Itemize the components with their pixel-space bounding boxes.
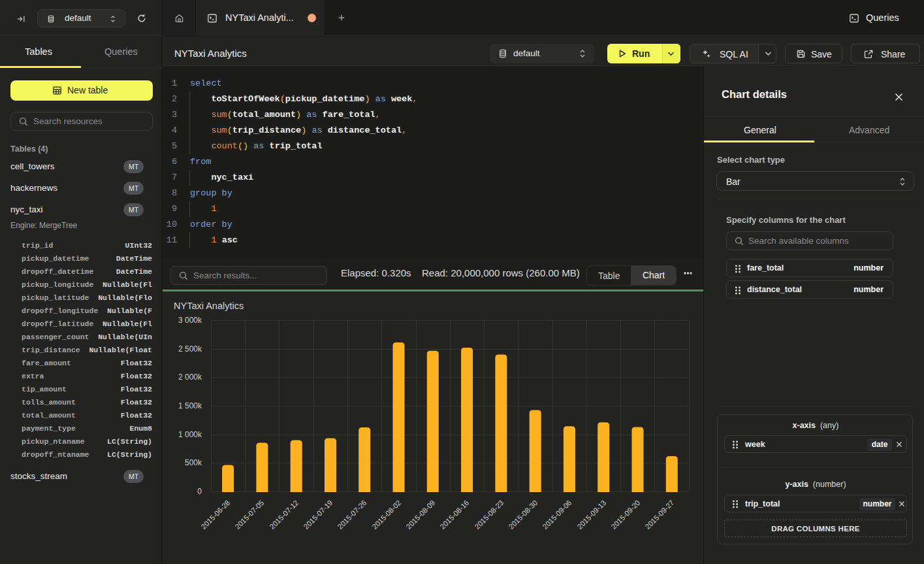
- svg-text:2015-09-27: 2015-09-27: [643, 499, 675, 531]
- svg-text:2 500k: 2 500k: [178, 344, 202, 354]
- svg-text:3 000k: 3 000k: [178, 316, 202, 325]
- svg-text:2015-08-09: 2015-08-09: [404, 499, 436, 531]
- svg-text:2015-09-13: 2015-09-13: [575, 499, 607, 531]
- svg-text:2015-07-12: 2015-07-12: [268, 499, 300, 531]
- svg-text:NYTaxi Analytics: NYTaxi Analytics: [174, 301, 244, 311]
- svg-text:2015-07-05: 2015-07-05: [233, 499, 265, 531]
- svg-text:2015-08-02: 2015-08-02: [370, 499, 402, 531]
- svg-text:2 000k: 2 000k: [178, 373, 202, 382]
- svg-text:1 500k: 1 500k: [178, 401, 202, 410]
- svg-text:2015-06-28: 2015-06-28: [199, 499, 231, 531]
- svg-text:2015-07-26: 2015-07-26: [336, 499, 368, 531]
- svg-text:2015-07-19: 2015-07-19: [302, 499, 334, 531]
- svg-text:2015-09-20: 2015-09-20: [609, 499, 641, 531]
- svg-text:2015-08-23: 2015-08-23: [473, 499, 505, 531]
- svg-text:2015-08-16: 2015-08-16: [438, 499, 470, 531]
- svg-text:2015-09-06: 2015-09-06: [541, 499, 573, 531]
- svg-text:500k: 500k: [185, 458, 202, 467]
- svg-text:2015-08-30: 2015-08-30: [507, 499, 539, 531]
- svg-text:1 000k: 1 000k: [178, 430, 202, 439]
- svg-text:0: 0: [197, 487, 202, 496]
